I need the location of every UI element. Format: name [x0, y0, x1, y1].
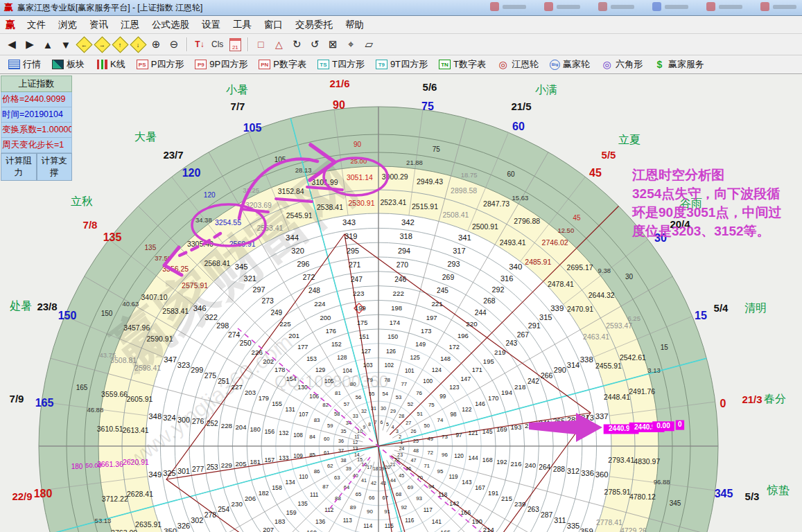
svg-text:302: 302	[191, 516, 203, 524]
svg-text:4780.12: 4780.12	[629, 493, 656, 501]
svg-text:135: 135	[103, 231, 122, 243]
svg-text:60: 60	[512, 121, 525, 132]
svg-text:339: 339	[550, 304, 564, 312]
ribbon-六角形[interactable]: ◎六角形	[595, 57, 648, 72]
svg-text:3000.29: 3000.29	[382, 172, 408, 181]
svg-text:132: 132	[279, 429, 288, 436]
svg-text:244: 244	[475, 309, 487, 317]
menu-设置[interactable]: 设置	[195, 17, 227, 33]
svg-text:252: 252	[207, 420, 218, 427]
ribbon-9P四方形[interactable]: P99P四方形	[189, 57, 253, 72]
svg-text:147: 147	[460, 375, 471, 382]
svg-text:141: 141	[432, 518, 442, 525]
ribbon-9T四方形[interactable]: T99T四方形	[370, 57, 433, 72]
svg-text:90: 90	[354, 141, 362, 148]
ribbon-P四方形[interactable]: PSP四方形	[131, 57, 190, 72]
cls-button[interactable]: Cls	[209, 36, 225, 53]
svg-text:53.13: 53.13	[95, 517, 112, 524]
menu-工具[interactable]: 工具	[227, 17, 258, 33]
svg-text:74: 74	[437, 417, 444, 423]
menu-资讯[interactable]: 资讯	[83, 17, 114, 33]
svg-text:165: 165	[440, 529, 451, 532]
t-down-icon[interactable]: T↓	[191, 36, 208, 53]
svg-text:96: 96	[442, 452, 448, 458]
svg-text:62: 62	[327, 463, 333, 469]
window-title: 赢家江恩专业版[赢家服务平台] - [上证指数 江恩轮]	[17, 2, 202, 14]
ribbon-板块[interactable]: 板块	[46, 57, 90, 72]
rotate-ccw-icon[interactable]: ↺	[306, 36, 323, 53]
svg-text:242: 242	[528, 378, 539, 385]
menu-窗口[interactable]: 窗口	[258, 17, 289, 33]
svg-text:36: 36	[338, 438, 344, 444]
svg-text:69: 69	[408, 484, 413, 490]
nav-left-icon[interactable]: ◀	[3, 36, 20, 53]
nav-down-icon[interactable]: ▼	[58, 36, 74, 53]
svg-text:195: 195	[483, 357, 494, 365]
svg-text:49: 49	[428, 436, 433, 442]
app-logo-icon: 赢	[4, 1, 13, 14]
svg-text:111: 111	[310, 492, 319, 498]
svg-text:246: 246	[394, 276, 406, 283]
nav-right-icon[interactable]: ▶	[21, 36, 38, 53]
svg-text:301: 301	[177, 467, 190, 475]
button-计算支撑[interactable]: 计算支撑	[37, 153, 73, 181]
svg-text:21/3: 21/3	[742, 393, 762, 405]
menu-江恩[interactable]: 江恩	[114, 17, 146, 33]
eraser-icon[interactable]: ▱	[360, 36, 377, 53]
pan-left-icon[interactable]: ←	[76, 36, 92, 53]
chart-area[interactable]: 1234567891011121314151617181920212223242…	[0, 74, 802, 532]
button-计算阻力[interactable]: 计算阻力	[1, 153, 37, 181]
ribbon-赢家服务[interactable]: $赢家服务	[648, 57, 710, 72]
ribbon-行情[interactable]: 行情	[3, 57, 46, 72]
crosshair-icon[interactable]: ⌖	[342, 36, 359, 53]
ribbon-江恩轮[interactable]: ◎江恩轮	[491, 57, 544, 72]
menu-帮助[interactable]: 帮助	[339, 17, 370, 33]
gann-wheel[interactable]: 1234567891011121314151617181920212223242…	[0, 74, 802, 532]
svg-text:121: 121	[469, 429, 478, 436]
svg-text:2478.41: 2478.41	[548, 280, 574, 288]
menu-交易委托[interactable]: 交易委托	[289, 17, 339, 33]
calendar-icon[interactable]: 21	[227, 36, 243, 53]
pan-up-icon[interactable]: ↑	[112, 36, 128, 53]
svg-text:57: 57	[344, 401, 349, 407]
select-box-icon[interactable]: ⊠	[324, 36, 341, 53]
svg-text:20: 20	[385, 465, 390, 470]
square-tool-icon[interactable]: □	[252, 36, 269, 53]
ribbon-赢家服务-icon: $	[654, 60, 665, 69]
svg-text:287: 287	[541, 511, 553, 519]
svg-text:125: 125	[410, 354, 420, 361]
ribbon-P数字表[interactable]: PNP数字表	[253, 57, 312, 72]
menu-公式选股[interactable]: 公式选股	[146, 17, 195, 33]
analysis-note: 江恩时空分析图3254点失守，向下波段循环是90度3051点，中间过度位是320…	[632, 166, 802, 240]
svg-text:106: 106	[309, 393, 319, 400]
svg-text:248: 248	[308, 287, 320, 294]
svg-text:2628.41: 2628.41	[127, 490, 153, 498]
ribbon-赢家轮[interactable]: Big赢家轮	[544, 57, 595, 72]
svg-text:立秋: 立秋	[71, 195, 93, 207]
svg-text:2695.17: 2695.17	[567, 263, 593, 272]
ribbon-K线[interactable]: K线	[90, 57, 131, 72]
svg-text:4729.26: 4729.26	[620, 526, 647, 532]
rotate-cw-icon[interactable]: ↻	[288, 36, 305, 53]
svg-text:31: 31	[371, 405, 376, 411]
svg-text:268: 268	[483, 297, 496, 305]
ribbon-bar: 行情板块K线PSP四方形P99P四方形PNP数字表TST四方形T99T四方形TN…	[0, 55, 802, 74]
svg-text:337: 337	[595, 412, 609, 420]
pan-down-icon[interactable]: ↓	[130, 36, 146, 53]
svg-text:95: 95	[437, 468, 444, 475]
menu-文件[interactable]: 文件	[21, 17, 52, 33]
triangle-tool-icon[interactable]: △	[270, 36, 287, 53]
svg-text:350: 350	[164, 527, 177, 532]
menu-浏览[interactable]: 浏览	[52, 17, 83, 33]
svg-text:23/8: 23/8	[37, 301, 57, 312]
svg-text:2796.88: 2796.88	[514, 217, 540, 225]
ribbon-T四方形[interactable]: TST四方形	[312, 57, 370, 72]
zoom-in-icon[interactable]: ⊕	[148, 36, 164, 53]
ribbon-T数字表[interactable]: TNT数字表	[433, 57, 491, 72]
svg-text:224: 224	[314, 300, 326, 308]
ribbon-六角形-icon: ◎	[601, 60, 613, 69]
nav-up-icon[interactable]: ▲	[40, 36, 56, 53]
pan-right-icon[interactable]: →	[94, 36, 110, 53]
zoom-out-icon[interactable]: ⊖	[166, 36, 182, 53]
svg-text:小暑: 小暑	[226, 84, 248, 96]
